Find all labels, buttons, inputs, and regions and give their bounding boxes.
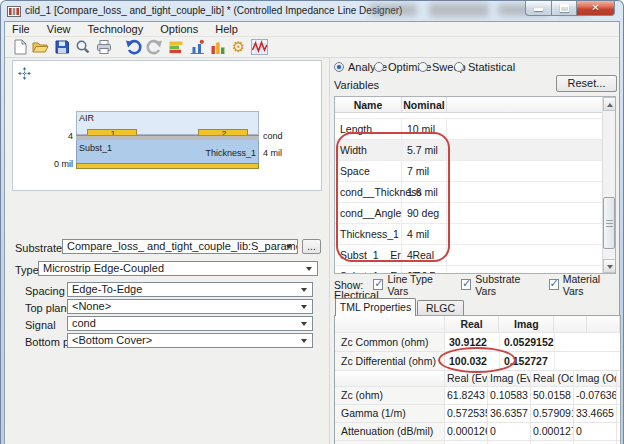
zoom-button[interactable] bbox=[72, 38, 93, 57]
tab-tml-properties[interactable]: TML Properties bbox=[335, 298, 416, 316]
panel-splitter[interactable] bbox=[329, 58, 330, 444]
top-plane-select[interactable]: <None> bbox=[67, 299, 313, 314]
radio-icon bbox=[418, 62, 428, 72]
scrollbar-thumb[interactable] bbox=[603, 197, 615, 249]
row-label: Zc (ohm) bbox=[335, 387, 445, 404]
bar-chart-button[interactable] bbox=[207, 38, 228, 57]
signal-value: cond bbox=[72, 317, 96, 329]
open-button[interactable] bbox=[30, 38, 51, 57]
var-value-cell[interactable]: 7 mil bbox=[402, 161, 447, 181]
variable-row[interactable]: Length10 mil bbox=[335, 119, 602, 140]
variable-row[interactable]: cond__Angle90 deg bbox=[335, 203, 602, 224]
radio-icon bbox=[454, 62, 464, 72]
tab-rlgc[interactable]: RLGC bbox=[417, 300, 464, 316]
scrollbar-down-button[interactable] bbox=[603, 259, 616, 273]
type-select[interactable]: Microstrip Edge-Coupled bbox=[38, 261, 318, 276]
settings-button[interactable]: ⚙ bbox=[228, 38, 249, 57]
undo-icon bbox=[125, 39, 142, 55]
top-plane-value: <None> bbox=[72, 300, 111, 312]
checkbox-material-vars[interactable]: ✓ bbox=[549, 279, 559, 290]
redo-button[interactable] bbox=[144, 38, 165, 57]
statistics-chart-icon bbox=[189, 39, 205, 55]
cross-section-canvas[interactable]: AIR 1 2 4 cond Subst_1 Thickness_1 4 mil… bbox=[12, 60, 322, 191]
new-file-icon bbox=[12, 39, 28, 55]
real-column-header: Real bbox=[445, 316, 500, 332]
maximize-button[interactable] bbox=[551, 1, 577, 16]
variable-row[interactable]: cond__Thickness1.6 mil bbox=[335, 182, 602, 203]
variables-table-body: Length10 mil Width5.7 mil Space7 mil con… bbox=[335, 113, 602, 273]
imag-column-header: Imag bbox=[499, 316, 554, 332]
variables-scrollbar[interactable] bbox=[602, 97, 615, 273]
signal-select[interactable]: cond bbox=[67, 316, 313, 331]
menu-item-file[interactable]: File bbox=[5, 22, 37, 37]
var-value-cell[interactable]: 10 mil bbox=[402, 119, 447, 139]
row-label: Zc Common (ohm) bbox=[335, 333, 445, 351]
waveform-icon bbox=[251, 39, 268, 55]
mode-row: Gamma (1/m) 0.572535 36.6357 0.579091 33… bbox=[335, 405, 620, 423]
menu-item-technology[interactable]: Technology bbox=[81, 22, 151, 37]
menu-item-help[interactable]: Help bbox=[208, 22, 245, 37]
imag-even-header: Imag (Even) bbox=[488, 371, 531, 386]
bottom-plane-select[interactable]: <Bottom Cover> bbox=[67, 333, 313, 348]
variable-row[interactable]: Space7 mil bbox=[335, 161, 602, 182]
variable-row[interactable]: Width5.7 mil bbox=[335, 140, 602, 161]
redaction-blur bbox=[369, 4, 417, 16]
variable-row[interactable]: Subst_1__Er__Real4 bbox=[335, 245, 602, 266]
window-title: cild_1 [Compare_loss_ and_tight_couple_l… bbox=[25, 1, 402, 21]
mode-row: Zc (ohm) 61.8243 0.10583 50.0158 -0.0763… bbox=[335, 387, 620, 405]
plot-button[interactable] bbox=[249, 38, 270, 57]
statistics-button[interactable] bbox=[186, 38, 207, 57]
reset-button[interactable]: Reset... bbox=[556, 75, 617, 92]
nominal-column-header[interactable]: Nominal bbox=[402, 97, 447, 112]
new-button[interactable] bbox=[9, 38, 30, 57]
var-name-cell: Thickness_1 bbox=[335, 224, 402, 244]
undo-button[interactable] bbox=[123, 38, 144, 57]
app-window: cild_1 [Compare_loss_ and_tight_couple_l… bbox=[0, 0, 624, 444]
scrollbar-up-button[interactable] bbox=[603, 97, 616, 111]
menubar: File View Technology Options Help bbox=[5, 22, 619, 37]
redo-icon bbox=[146, 39, 163, 55]
titlebar[interactable]: cild_1 [Compare_loss_ and_tight_couple_l… bbox=[1, 1, 623, 21]
name-column-header[interactable]: Name bbox=[335, 97, 402, 112]
spacing-type-select[interactable]: Edge-To-Edge bbox=[67, 282, 313, 297]
bottom-plane[interactable] bbox=[76, 163, 259, 169]
menu-item-options[interactable]: Options bbox=[153, 22, 205, 37]
substrate-select[interactable]: Compare_loss_ and_tight_couple_lib:S_par… bbox=[62, 239, 298, 254]
var-name-cell: cond__Thickness bbox=[335, 182, 402, 202]
menu-item-view[interactable]: View bbox=[40, 22, 78, 37]
value-cell: 0 bbox=[488, 423, 531, 440]
checkbox-substrate-vars[interactable]: ✓ bbox=[461, 279, 471, 290]
value-cell: -0.0763633 bbox=[574, 387, 617, 404]
variables-table: Name Nominal Length10 mil Width5.7 mil S… bbox=[334, 96, 616, 274]
impedance-table-header: Real Imag bbox=[335, 316, 620, 333]
close-icon: ✕ bbox=[577, 1, 614, 15]
var-value-cell[interactable]: 4 bbox=[402, 245, 447, 265]
value-cell: 0.0529152 bbox=[500, 333, 555, 351]
air-label: AIR bbox=[79, 113, 94, 123]
mode-row: Attenuation (dB/mil) 0.000126314 0 0.000… bbox=[335, 423, 620, 441]
row-label: Attenuation (dB/mil) bbox=[335, 423, 445, 440]
magnifier-icon bbox=[75, 39, 91, 55]
save-button[interactable] bbox=[51, 38, 72, 57]
substrate-name-label: Subst_1 bbox=[79, 143, 112, 153]
value-cell: 0.00012776 bbox=[531, 423, 574, 440]
var-value-cell[interactable]: 1.6 mil bbox=[402, 182, 447, 202]
blank-header-cell bbox=[554, 316, 587, 332]
radio-statistical[interactable]: Statistical bbox=[454, 61, 515, 73]
value-cell: 0.10583 bbox=[488, 387, 531, 404]
minimize-button[interactable] bbox=[525, 1, 551, 16]
var-value-cell[interactable]: 5.7 mil bbox=[402, 140, 447, 160]
browse-button[interactable]: ... bbox=[302, 239, 321, 254]
var-value-cell[interactable]: 90 deg bbox=[402, 203, 447, 223]
close-button[interactable]: ✕ bbox=[577, 1, 615, 16]
value-cell: 100.032 bbox=[445, 352, 500, 370]
impedance-row: Zc Common (ohm) 30.9122 0.0529152 bbox=[335, 333, 620, 352]
value-cell: 0.579091 bbox=[531, 405, 574, 422]
print-button[interactable] bbox=[93, 38, 114, 57]
variable-row[interactable]: Thickness_14 mil bbox=[335, 224, 602, 245]
value-cell: 0.000126314 bbox=[445, 423, 488, 440]
var-value-cell[interactable]: 4 mil bbox=[402, 224, 447, 244]
client-area: File View Technology Options Help bbox=[4, 21, 620, 444]
substrate-editor-button[interactable] bbox=[165, 38, 186, 57]
check-icon: ✓ bbox=[550, 277, 559, 290]
